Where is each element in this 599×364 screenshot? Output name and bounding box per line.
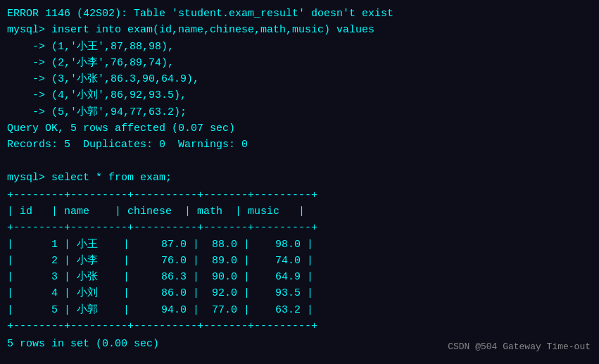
table-border-bottom: +--------+---------+----------+-------+-… [7,318,592,334]
insert-val-5: -> (5,'小郭',94,77,63.2); [7,104,592,120]
result-table: +--------+---------+----------+-------+-… [7,187,592,334]
records-line: Records: 5 Duplicates: 0 Warnings: 0 [7,137,592,153]
insert-val-2: -> (2,'小李',76,89,74), [7,55,592,71]
insert-val-1: -> (1,'小王',87,88,98), [7,39,592,55]
table-border-header: +--------+---------+----------+-------+-… [7,220,592,236]
select-command: mysql> select * from exam; [7,170,592,186]
insert-val-4: -> (4,'小刘',86,92,93.5), [7,87,592,103]
terminal-window: ERROR 1146 (42S02): Table 'student.exam_… [0,0,599,364]
insert-command: mysql> insert into exam(id,name,chinese,… [7,22,592,38]
table-row-3: | 3 | 小张 | 86.3 | 90.0 | 64.9 | [7,269,592,285]
query-ok-line: Query OK, 5 rows affected (0.07 sec) [7,120,592,137]
insert-val-3: -> (3,'小张',86.3,90,64.9), [7,71,592,87]
watermark: CSDN @504 Gateway Time-out [448,340,591,354]
table-row-4: | 4 | 小刘 | 86.0 | 92.0 | 93.5 | [7,285,592,301]
error-line: ERROR 1146 (42S02): Table 'student.exam_… [7,6,592,22]
table-header: | id | name | chinese | math | music | [7,203,592,220]
table-row-2: | 2 | 小李 | 76.0 | 89.0 | 74.0 | [7,253,592,269]
table-border-top: +--------+---------+----------+-------+-… [7,187,592,203]
blank-line [7,153,592,169]
table-row-1: | 1 | 小王 | 87.0 | 88.0 | 98.0 | [7,237,592,253]
table-row-5: | 5 | 小郭 | 94.0 | 77.0 | 63.2 | [7,302,592,318]
